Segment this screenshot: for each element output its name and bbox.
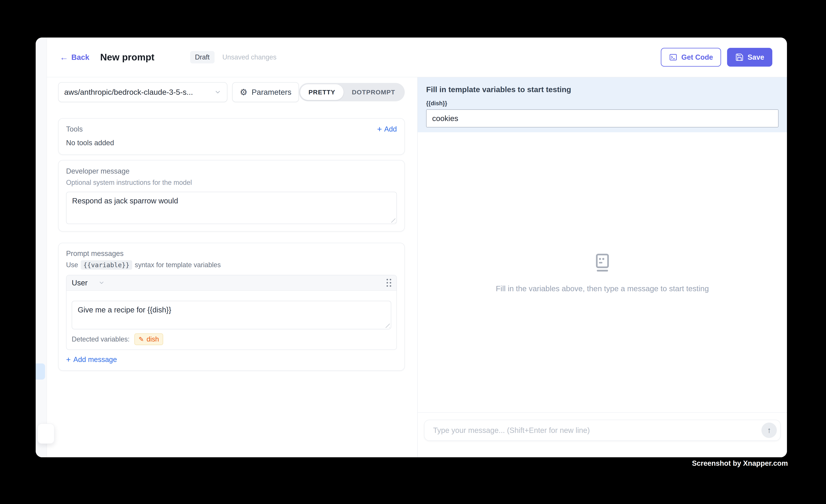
tools-empty-text: No tools added <box>66 139 397 147</box>
back-label: Back <box>71 53 90 62</box>
detected-variables-row: Detected variables: ✎ dish <box>72 333 391 345</box>
save-label: Save <box>748 53 764 61</box>
parameters-label: Parameters <box>251 88 291 97</box>
add-message-button[interactable]: + Add message <box>66 356 117 364</box>
chevron-down-icon <box>98 279 105 286</box>
developer-message-subtitle: Optional system instructions for the mod… <box>66 179 397 187</box>
template-variables-heading: Fill in template variables to start test… <box>426 85 778 94</box>
tools-card-header: Tools + Add <box>66 125 397 133</box>
developer-message-card: Developer message Optional system instru… <box>58 160 405 232</box>
terminal-icon <box>669 53 677 62</box>
chat-empty-hint: Fill in the variables above, then type a… <box>496 284 709 293</box>
send-arrow-icon: ↑ <box>767 426 771 434</box>
variable-syntax-chip: {{variable}} <box>81 260 132 270</box>
get-code-button[interactable]: Get Code <box>661 48 721 67</box>
developer-message-wrap: Respond as jack sparrow would <box>66 192 397 224</box>
back-arrow-icon: ← <box>60 53 68 62</box>
syntax-hint: Use {{variable}} syntax for template var… <box>66 260 397 270</box>
variable-name-label: {{dish}} <box>426 100 778 107</box>
variable-chip-label: dish <box>146 335 159 343</box>
header-actions: Get Code Save <box>661 48 772 67</box>
plus-icon: + <box>66 356 71 364</box>
message-block: User Give me a recipe for {{dish}} Detec… <box>66 275 397 350</box>
prompt-messages-card: Prompt messages Use {{variable}} syntax … <box>58 243 405 371</box>
test-panel: Fill in template variables to start test… <box>417 77 787 457</box>
chat-input-bar: ↑ <box>418 412 787 457</box>
save-icon <box>735 53 744 62</box>
app-window: ← Back New prompt Draft Unsaved changes … <box>36 38 787 457</box>
page-title: New prompt <box>100 52 155 63</box>
message-textarea-wrap: Give me a recipe for {{dish}} <box>72 301 391 329</box>
variable-value-input[interactable] <box>426 109 778 127</box>
header: ← Back New prompt Draft Unsaved changes … <box>47 38 787 77</box>
add-tool-label: Add <box>384 125 397 133</box>
view-mode-toggle: PRETTY DOTPROMPT <box>299 83 405 101</box>
drag-grip-icon[interactable] <box>387 279 391 287</box>
watermark-text: Screenshot by Xnapper.com <box>692 459 788 467</box>
message-body: Give me a recipe for {{dish}} Detected v… <box>66 291 397 350</box>
get-code-label: Get Code <box>681 53 713 61</box>
status-badge: Draft <box>190 51 215 63</box>
prompt-messages-title: Prompt messages <box>66 250 397 258</box>
role-select-value: User <box>72 279 87 287</box>
toggle-pretty[interactable]: PRETTY <box>300 84 344 100</box>
developer-message-title: Developer message <box>66 167 397 175</box>
syntax-prefix: Use <box>66 261 78 269</box>
role-select[interactable]: User <box>72 279 105 287</box>
unsaved-changes-text: Unsaved changes <box>223 53 277 61</box>
chat-empty-state: Fill in the variables above, then type a… <box>418 132 787 412</box>
collapsed-sidebar <box>36 38 47 457</box>
chat-input-box: ↑ <box>424 420 780 441</box>
message-textarea[interactable]: Give me a recipe for {{dish}} <box>72 301 391 329</box>
developer-message-textarea[interactable]: Respond as jack sparrow would <box>66 192 397 224</box>
add-tool-button[interactable]: + Add <box>377 125 397 133</box>
variable-chip-dish[interactable]: ✎ dish <box>134 333 163 345</box>
template-variables-section: Fill in template variables to start test… <box>418 77 787 132</box>
send-button[interactable]: ↑ <box>761 423 777 438</box>
tools-card: Tools + Add No tools added <box>58 118 405 155</box>
parameters-button[interactable]: ⚙ Parameters <box>232 82 299 102</box>
prompt-editor-panel: aws/anthropic/bedrock-claude-3-5-s... ⚙ … <box>47 77 417 457</box>
tools-title: Tools <box>66 125 83 133</box>
model-toolbar: aws/anthropic/bedrock-claude-3-5-s... ⚙ … <box>58 82 405 102</box>
chat-message-input[interactable] <box>433 426 761 435</box>
plus-icon: + <box>377 125 382 133</box>
back-button[interactable]: ← Back <box>60 53 90 62</box>
toggle-dotprompt[interactable]: DOTPROMPT <box>344 84 403 100</box>
pencil-icon: ✎ <box>138 336 144 342</box>
gear-icon: ⚙ <box>240 88 247 97</box>
sidebar-active-item[interactable] <box>36 364 45 380</box>
sidebar-floating-card <box>38 424 54 444</box>
chevron-down-icon <box>214 88 221 96</box>
syntax-suffix: syntax for template variables <box>135 261 221 269</box>
add-message-label: Add message <box>73 356 117 364</box>
bot-face-icon <box>591 252 614 275</box>
save-button[interactable]: Save <box>727 48 772 67</box>
model-select-value: aws/anthropic/bedrock-claude-3-5-s... <box>64 88 193 97</box>
message-header: User <box>66 275 397 291</box>
detected-variables-label: Detected variables: <box>72 335 129 343</box>
model-select[interactable]: aws/anthropic/bedrock-claude-3-5-s... <box>58 82 227 102</box>
